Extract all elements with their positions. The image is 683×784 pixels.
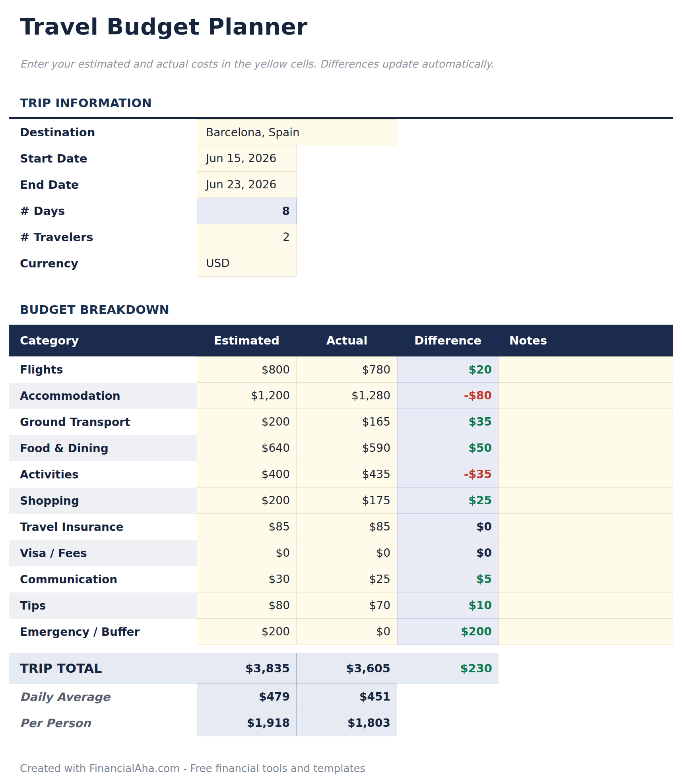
trip-total-label: TRIP TOTAL	[9, 653, 197, 684]
budget-estimated-cell[interactable]: $400	[197, 461, 297, 488]
budget-difference-cell: $20	[397, 356, 499, 383]
budget-actual-cell[interactable]: $70	[297, 592, 397, 619]
budget-actual-cell[interactable]: $590	[297, 435, 397, 461]
budget-difference-cell: $10	[397, 592, 499, 619]
summary-actual-cell: $1,803	[297, 710, 397, 736]
budget-actual-cell[interactable]: $0	[297, 540, 397, 566]
trip-info-row: # Days8	[9, 198, 673, 224]
budget-row: Food & Dining$640$590$50	[9, 435, 673, 461]
column-header-notes: Notes	[499, 334, 673, 347]
budget-notes-cell[interactable]	[499, 409, 673, 435]
budget-estimated-cell[interactable]: $200	[197, 619, 297, 645]
trip-info-row: CurrencyUSD	[9, 250, 673, 277]
trip-field-value[interactable]: Jun 15, 2026	[197, 145, 297, 172]
budget-actual-cell[interactable]: $780	[297, 356, 397, 383]
budget-difference-cell: $0	[397, 514, 499, 540]
summary-label: Daily Average	[9, 684, 197, 710]
trip-info-row: DestinationBarcelona, Spain	[9, 119, 673, 145]
budget-difference-cell: $35	[397, 409, 499, 435]
budget-estimated-cell[interactable]: $640	[197, 435, 297, 461]
budget-notes-cell[interactable]	[499, 619, 673, 645]
summary-estimated-cell: $479	[197, 684, 297, 710]
budget-estimated-cell[interactable]: $30	[197, 566, 297, 592]
budget-row: Emergency / Buffer$200$0$200	[9, 619, 673, 645]
budget-difference-cell: -$35	[397, 461, 499, 488]
budget-row: Shopping$200$175$25	[9, 488, 673, 514]
budget-row: Accommodation$1,200$1,280-$80	[9, 383, 673, 409]
budget-estimated-cell[interactable]: $85	[197, 514, 297, 540]
budget-actual-cell[interactable]: $25	[297, 566, 397, 592]
budget-estimated-cell[interactable]: $800	[197, 356, 297, 383]
page-subtitle: Enter your estimated and actual costs in…	[20, 58, 673, 70]
budget-notes-cell[interactable]	[499, 592, 673, 619]
trip-field-label: # Days	[9, 198, 197, 224]
budget-category-cell: Emergency / Buffer	[9, 619, 197, 645]
trip-field-value[interactable]: 2	[197, 224, 297, 250]
budget-notes-cell[interactable]	[499, 461, 673, 488]
budget-difference-cell: $5	[397, 566, 499, 592]
column-header-difference: Difference	[397, 334, 499, 347]
summary-filler	[397, 710, 499, 736]
trip-info-row: # Travelers2	[9, 224, 673, 250]
column-header-estimated: Estimated	[197, 334, 297, 347]
budget-category-cell: Tips	[9, 592, 197, 619]
budget-category-cell: Ground Transport	[9, 409, 197, 435]
column-header-category: Category	[9, 334, 197, 347]
budget-category-cell: Flights	[9, 356, 197, 383]
budget-notes-cell[interactable]	[499, 435, 673, 461]
trip-field-value[interactable]: Jun 23, 2026	[197, 172, 297, 198]
budget-estimated-cell[interactable]: $200	[197, 488, 297, 514]
budget-table-header: Category Estimated Actual Difference Not…	[9, 325, 673, 356]
summary-filler	[499, 710, 673, 736]
summary-row: Daily Average$479$451	[9, 684, 673, 710]
budget-row: Communication$30$25$5	[9, 566, 673, 592]
budget-estimated-cell[interactable]: $0	[197, 540, 297, 566]
budget-difference-cell: $200	[397, 619, 499, 645]
budget-difference-cell: $50	[397, 435, 499, 461]
trip-information-heading: TRIP INFORMATION	[20, 96, 673, 110]
budget-actual-cell[interactable]: $85	[297, 514, 397, 540]
budget-row: Flights$800$780$20	[9, 356, 673, 383]
budget-notes-cell[interactable]	[499, 356, 673, 383]
trip-field-label: Currency	[9, 250, 197, 277]
trip-field-label: End Date	[9, 172, 197, 198]
budget-notes-cell[interactable]	[499, 488, 673, 514]
budget-notes-cell[interactable]	[499, 540, 673, 566]
trip-total-difference: $230	[397, 653, 499, 684]
budget-category-cell: Accommodation	[9, 383, 197, 409]
budget-actual-cell[interactable]: $165	[297, 409, 397, 435]
budget-actual-cell[interactable]: $0	[297, 619, 397, 645]
budget-category-cell: Communication	[9, 566, 197, 592]
budget-difference-cell: $0	[397, 540, 499, 566]
budget-row: Tips$80$70$10	[9, 592, 673, 619]
summary-filler	[499, 684, 673, 710]
trip-total-estimated: $3,835	[197, 653, 297, 684]
column-header-actual: Actual	[297, 334, 397, 347]
budget-difference-cell: $25	[397, 488, 499, 514]
budget-estimated-cell[interactable]: $80	[197, 592, 297, 619]
budget-actual-cell[interactable]: $1,280	[297, 383, 397, 409]
budget-category-cell: Shopping	[9, 488, 197, 514]
trip-field-value[interactable]: USD	[197, 250, 297, 277]
budget-row: Activities$400$435-$35	[9, 461, 673, 488]
budget-actual-cell[interactable]: $435	[297, 461, 397, 488]
budget-notes-cell[interactable]	[499, 383, 673, 409]
summary-label: Per Person	[9, 710, 197, 736]
trip-info-rows: DestinationBarcelona, SpainStart DateJun…	[9, 119, 673, 277]
trip-field-value[interactable]: Barcelona, Spain	[197, 119, 397, 145]
budget-actual-cell[interactable]: $175	[297, 488, 397, 514]
summary-filler	[397, 684, 499, 710]
budget-notes-cell[interactable]	[499, 566, 673, 592]
trip-field-label: # Travelers	[9, 224, 197, 250]
summary-actual-cell: $451	[297, 684, 397, 710]
budget-notes-cell[interactable]	[499, 514, 673, 540]
budget-estimated-cell[interactable]: $1,200	[197, 383, 297, 409]
budget-estimated-cell[interactable]: $200	[197, 409, 297, 435]
summary-row: Per Person$1,918$1,803	[9, 710, 673, 736]
summary-estimated-cell: $1,918	[197, 710, 297, 736]
budget-category-cell: Visa / Fees	[9, 540, 197, 566]
budget-category-cell: Travel Insurance	[9, 514, 197, 540]
trip-info-row: Start DateJun 15, 2026	[9, 145, 673, 172]
budget-table-body: Flights$800$780$20Accommodation$1,200$1,…	[9, 356, 673, 645]
trip-field-value: 8	[197, 198, 297, 224]
